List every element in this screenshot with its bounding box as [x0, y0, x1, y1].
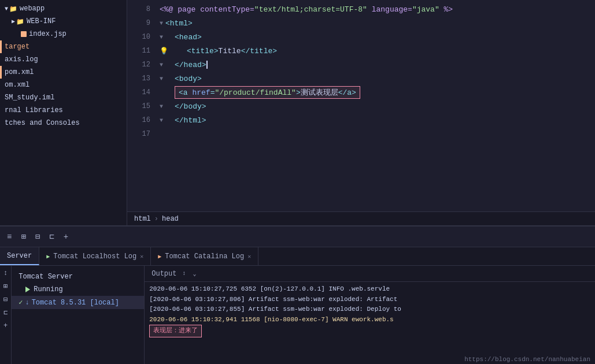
line-content-8: <%@ page contentType="text/html;charset=…	[160, 5, 453, 14]
sidebar-label-axis-log: axis.log	[5, 55, 38, 64]
jsp-file-icon	[21, 31, 27, 37]
code-line-10: 10 ▼ <head>	[127, 30, 595, 44]
tomcat-local-label: Tomcat 8.5.31 [local]	[32, 299, 119, 307]
panel-tabs: Server ▶ Tomcat Localhost Log ✕ ▶ Tomcat…	[0, 247, 595, 266]
running-item: Running	[12, 283, 144, 296]
fold-icon-12: ▼	[160, 62, 163, 68]
sidebar-item-ext-libs[interactable]: rnal Libraries	[0, 104, 127, 117]
line-content-9: <html>	[165, 19, 193, 28]
breadcrumb: html › head	[127, 211, 595, 225]
code-line-9: 9 ▼ <html>	[127, 16, 595, 30]
toolbar-icon-menu[interactable]: ≡	[5, 231, 14, 243]
line-num-11: 11	[132, 47, 150, 55]
line-num-8: 8	[132, 5, 150, 13]
sidebar-label-scratches: tches and Consoles	[5, 119, 80, 127]
line-num-9: 9	[132, 19, 150, 27]
webapp-folder-icon: 📁	[9, 5, 17, 13]
line-num-16: 16	[132, 116, 150, 124]
sidebar-item-pom-xml[interactable]: pom.xml	[0, 66, 127, 79]
line-content-16: </html>	[165, 116, 206, 125]
running-label: Running	[34, 285, 62, 294]
code-line-8: 8 <%@ page contentType="text/html;charse…	[127, 2, 595, 16]
tab-tomcat-catalina[interactable]: ▶ Tomcat Catalina Log ✕	[151, 247, 258, 265]
toolbar-icon-add[interactable]: +	[61, 231, 71, 243]
sidebar-label-om-xml: om.xml	[5, 81, 29, 89]
output-expand-icon[interactable]: ↕	[181, 269, 187, 278]
line-content-12: </head>	[165, 61, 208, 69]
sidebar-item-index-jsp[interactable]: index.jsp	[0, 28, 127, 40]
panel-icon-2[interactable]: ⊞	[2, 281, 9, 292]
log-line-5: 表现层：进来了	[149, 325, 590, 337]
sidebar-label-sm-study: SM_study.iml	[5, 94, 54, 102]
log-line-1: 2020-06-06 15:10:27,725 6352 [on(2)-127.…	[149, 284, 590, 295]
sidebar-label-web-inf: WEB-INF	[27, 17, 56, 25]
log-line-3: [2020-06-06 03:10:27,855] Artifact ssm-w…	[149, 304, 590, 315]
tomcat-local-item[interactable]: ✓ ↓ Tomcat 8.5.31 [local]	[12, 296, 144, 309]
tomcat-server-label: Tomcat Server	[19, 273, 73, 281]
line-content-14: <a href="/product/findAll">测试表现层</a>	[165, 86, 360, 99]
sidebar-item-om-xml[interactable]: om.xml	[0, 79, 127, 91]
log-highlight-text: 表现层：进来了	[149, 325, 202, 337]
bottom-panel: ≡ ⊞ ⊟ ⊏ + Server ▶ Tomcat Localhost Log …	[0, 225, 595, 364]
code-line-17: 17	[127, 127, 595, 141]
sidebar-label-webapp: webapp	[20, 5, 45, 13]
line-num-10: 10	[132, 33, 150, 41]
fold-icon-16: ▼	[160, 117, 163, 124]
code-line-14: 14 ▼ <a href="/product/findAll">测试表现层</a…	[127, 86, 595, 99]
tab-close-localhost[interactable]: ✕	[140, 253, 143, 260]
deploy-arrow-icon: ↓	[25, 299, 29, 307]
line-num-17: 17	[132, 130, 150, 138]
tab-localhost-label: Tomcat Localhost Log	[53, 252, 136, 261]
panel-side-icons: ↕ ⊞ ⊟ ⊏ +	[0, 266, 12, 364]
sidebar-label-target: target	[5, 43, 29, 51]
code-editor: 8 <%@ page contentType="text/html;charse…	[127, 0, 595, 225]
panel-icon-3[interactable]: ⊟	[2, 294, 9, 305]
sidebar-item-webapp[interactable]: ▼ 📁 webapp	[0, 2, 127, 15]
sidebar-item-axis-log[interactable]: axis.log	[0, 53, 127, 66]
panel-icon-4[interactable]: ⊏	[2, 307, 9, 318]
breadcrumb-head[interactable]: head	[162, 215, 179, 223]
panel-toolbar: ≡ ⊞ ⊟ ⊏ +	[0, 226, 595, 247]
expand-arrow-webinf: ▶	[12, 18, 15, 25]
sidebar-item-sm-study[interactable]: SM_study.iml	[0, 91, 127, 104]
code-content[interactable]: 8 <%@ page contentType="text/html;charse…	[127, 0, 595, 211]
output-down-icon[interactable]: ⌄	[191, 269, 197, 278]
breadcrumb-sep: ›	[154, 215, 158, 223]
code-line-13: 13 ▼ <body>	[127, 72, 595, 86]
sidebar-item-scratches[interactable]: tches and Consoles	[0, 117, 127, 129]
server-header-item: Tomcat Server	[12, 270, 144, 283]
sidebar-item-target[interactable]: target	[0, 40, 127, 53]
line-num-14: 14	[132, 88, 150, 96]
tab-icon-green: ▶	[46, 253, 50, 260]
tab-catalina-label: Tomcat Catalina Log	[165, 252, 244, 261]
output-label: Output	[151, 270, 176, 278]
code-line-16: 16 ▼ </html>	[127, 113, 595, 127]
webinf-folder-icon: 📁	[16, 18, 24, 25]
fold-icon-13: ▼	[160, 76, 163, 82]
url-hint: https://blog.csdn.net/nanhuabeian	[145, 355, 595, 364]
fold-icon-10: ▼	[160, 34, 163, 40]
tab-tomcat-localhost[interactable]: ▶ Tomcat Localhost Log ✕	[39, 247, 151, 265]
toolbar-icon-grid[interactable]: ⊞	[19, 231, 28, 243]
panel-icon-5[interactable]: +	[2, 321, 9, 331]
log-area: 2020-06-06 15:10:27,725 6352 [on(2)-127.…	[145, 282, 595, 355]
tab-server[interactable]: Server	[0, 247, 39, 265]
log-line-4: 2020-06-06 15:10:32,941 11568 [nio-8080-…	[149, 315, 590, 325]
sidebar-item-web-inf[interactable]: ▶ 📁 WEB-INF	[0, 15, 127, 28]
toolbar-icon-filter[interactable]: ⊟	[33, 231, 42, 243]
toolbar-icon-wrap[interactable]: ⊏	[47, 231, 56, 243]
panel-server-list: Tomcat Server Running ✓ ↓ Tomcat 8.5.31 …	[12, 266, 145, 364]
tab-server-label: Server	[7, 252, 32, 260]
code-line-15: 15 ▼ </body>	[127, 99, 595, 113]
line-content-15: </body>	[165, 102, 206, 111]
log-line-2: [2020-06-06 03:10:27,806] Artifact ssm-w…	[149, 295, 590, 305]
line-content-13: <body>	[165, 75, 202, 83]
panel-body: ↕ ⊞ ⊟ ⊏ + Tomcat Server Running ✓ ↓ Tomc…	[0, 266, 595, 364]
breadcrumb-html[interactable]: html	[134, 215, 151, 223]
running-play-icon	[25, 287, 30, 292]
line-num-12: 12	[132, 61, 150, 69]
panel-icon-1[interactable]: ↕	[2, 268, 9, 278]
line-content-11: <title>Title</title>	[168, 47, 277, 55]
editor-area: ▼ 📁 webapp ▶ 📁 WEB-INF index.jsp target …	[0, 0, 595, 225]
tab-close-catalina[interactable]: ✕	[247, 253, 251, 260]
